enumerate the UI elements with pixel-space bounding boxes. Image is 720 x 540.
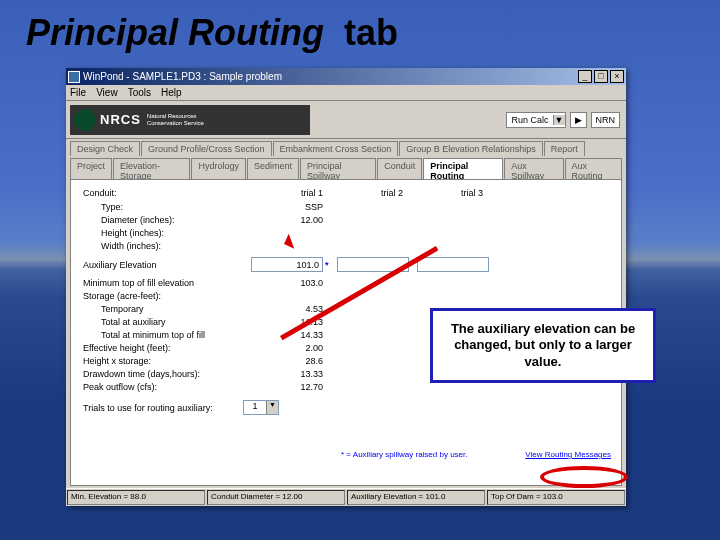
- row-diameter: Diameter (inches): 12.00: [83, 215, 609, 225]
- close-button[interactable]: ×: [610, 70, 624, 83]
- status-top-dam: Top Of Dam = 103.0: [487, 490, 625, 505]
- next-button[interactable]: ▶: [570, 112, 587, 128]
- aux-input-trial3[interactable]: [417, 257, 489, 272]
- tab-row-1: Design Check Ground Profile/Cross Sectio…: [66, 139, 626, 156]
- app-icon: [68, 71, 80, 83]
- row-width: Width (inches):: [83, 241, 609, 251]
- app-window: WinPond - SAMPLE1.PD3 : Sample problem _…: [66, 68, 626, 506]
- maximize-button[interactable]: □: [594, 70, 608, 83]
- tab-design-check[interactable]: Design Check: [70, 141, 140, 156]
- slide-title: Principal Routing tab: [0, 0, 720, 54]
- chevron-down-icon: ▼: [553, 115, 565, 125]
- tab-group-b[interactable]: Group B Elevation Relationships: [399, 141, 543, 156]
- usda-seal-icon: [74, 109, 96, 131]
- menu-help[interactable]: Help: [161, 87, 182, 98]
- aux-note: * = Auxiliary spillway raised by user.: [341, 450, 468, 459]
- chevron-down-icon: ▼: [266, 401, 278, 414]
- menu-tools[interactable]: Tools: [128, 87, 151, 98]
- nrn-button[interactable]: NRN: [591, 112, 621, 128]
- nrcs-logo: NRCS Natural Resources Conservation Serv…: [70, 105, 310, 135]
- row-storage: Storage (acre-feet):: [83, 291, 609, 301]
- title-text: WinPond - SAMPLE1.PD3 : Sample problem: [83, 71, 282, 82]
- banner: NRCS Natural Resources Conservation Serv…: [66, 101, 626, 139]
- nrcs-abbr: NRCS: [100, 112, 141, 127]
- status-min-elev: Min. Elevation = 88.0: [67, 490, 205, 505]
- row-type: Type: SSP: [83, 202, 609, 212]
- title-post: tab: [344, 12, 398, 53]
- minimize-button[interactable]: _: [578, 70, 592, 83]
- row-peak: Peak outflow (cfs): 12.70: [83, 382, 609, 392]
- column-headers: Conduit: trial 1 trial 2 trial 3: [83, 188, 609, 198]
- titlebar: WinPond - SAMPLE1.PD3 : Sample problem _…: [66, 68, 626, 85]
- nrcs-sub: Natural Resources Conservation Service: [147, 113, 204, 127]
- row-trials: Trials to use for routing auxiliary: 1 ▼: [83, 400, 609, 415]
- tab-report[interactable]: Report: [544, 141, 585, 156]
- row-height: Height (inches):: [83, 228, 609, 238]
- tab-ground-profile[interactable]: Ground Profile/Cross Section: [141, 141, 272, 156]
- status-bar: Min. Elevation = 88.0 Conduit Diameter =…: [66, 488, 626, 506]
- row-aux-elevation: Auxiliary Elevation *: [83, 257, 609, 272]
- menu-view[interactable]: View: [96, 87, 118, 98]
- run-calc-dropdown[interactable]: Run Calc ▼: [506, 112, 565, 128]
- menu-file[interactable]: File: [70, 87, 86, 98]
- status-conduit: Conduit Diameter = 12.00: [207, 490, 345, 505]
- trials-spinbox[interactable]: 1 ▼: [243, 400, 279, 415]
- row-minfill: Minimum top of fill elevation 103.0: [83, 278, 609, 288]
- title-pre: Principal Routing: [26, 12, 324, 53]
- aux-asterisk: *: [325, 260, 329, 270]
- status-aux-elev: Auxiliary Elevation = 101.0: [347, 490, 485, 505]
- aux-elevation-input[interactable]: [251, 257, 323, 272]
- aux-input-trial2[interactable]: [337, 257, 409, 272]
- callout-box: The auxiliary elevation can be changed, …: [430, 308, 656, 383]
- menubar: File View Tools Help: [66, 85, 626, 101]
- view-routing-messages-link[interactable]: View Routing Messages: [525, 450, 611, 459]
- tab-embankment[interactable]: Embankment Cross Section: [273, 141, 399, 156]
